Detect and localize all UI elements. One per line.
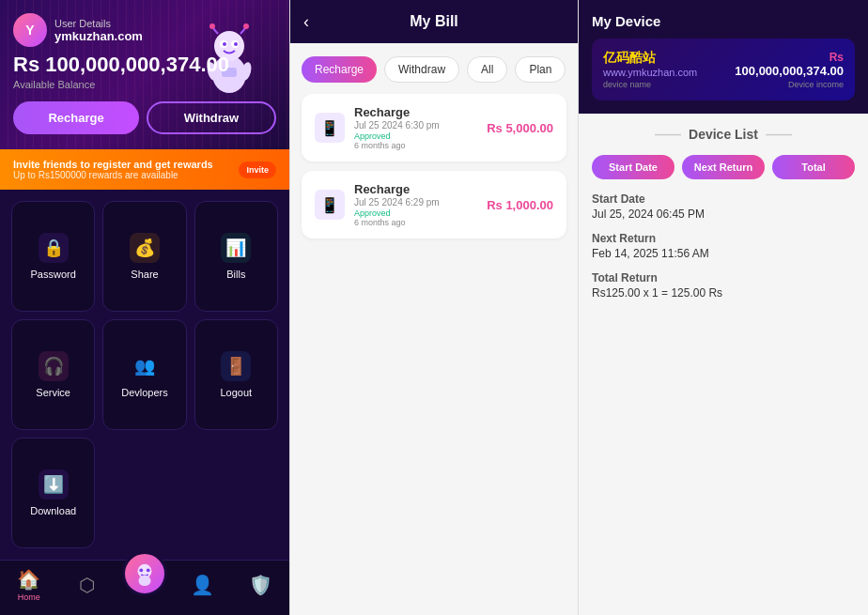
panel3-title: My Device [592,13,855,29]
svg-point-15 [147,568,150,572]
panel-middle: ‹ My Bill Recharge Withdraw All Plan 📱 R… [289,0,579,615]
txn-time-1: 6 months ago [354,141,477,150]
nav-item-profile[interactable]: 👤 [174,574,232,596]
svg-point-7 [209,23,215,29]
password-icon: 🔒 [39,233,69,263]
developers-icon: 👥 [130,351,160,381]
panel2-title: My Bill [410,13,458,30]
total-return-label: Total Return [592,271,855,284]
txn-amount-2: Rs 1,000.00 [487,198,553,212]
home-icon: 🏠 [17,568,40,591]
svg-point-4 [223,42,226,46]
menu-item-developers[interactable]: 👥 Devlopers [102,319,186,430]
transactions-list: 📱 Recharge Jul 25 2024 6:30 pm Approved … [290,94,578,615]
balance-amount: Rs 100,000,000,374.00 [13,53,276,77]
svg-point-9 [243,23,249,29]
menu-label-download: Download [30,505,76,516]
next-return-label: Next Return [592,232,855,245]
tab-all[interactable]: All [467,56,507,83]
start-date-label: Start Date [592,192,855,206]
device-list-start-date-btn[interactable]: Start Date [592,155,674,179]
device-card: 亿码酷站 www.ymkuzhan.com device name Rs 100… [592,38,855,100]
tab-withdraw[interactable]: Withdraw [384,56,459,83]
device-info-next-return: Next Return Feb 14, 2025 11:56 AM [592,232,855,266]
back-button[interactable]: ‹ [303,12,309,32]
svg-point-16 [138,576,150,586]
device-list-title-text: Device List [689,127,758,142]
menu-item-logout[interactable]: 🚪 Logout [194,319,278,430]
nav-item-gift[interactable]: ⬡ [58,574,116,596]
transaction-card-1: 📱 Recharge Jul 25 2024 6:30 pm Approved … [302,94,566,161]
device-info-start-date: Start Date Jul 25, 2024 06:45 PM [592,192,855,226]
txn-title-2: Recharge [354,182,477,196]
total-return-value: Rs125.00 x 1 = 125.00 Rs [592,286,855,300]
txn-status-2: Approved [354,208,477,218]
device-chinese-name: 亿码酷站 [603,50,735,67]
svg-point-5 [234,42,238,46]
device-list-next-return-btn[interactable]: Next Return [682,155,765,179]
menu-item-service[interactable]: 🎧 Service [11,319,95,430]
device-name-section: 亿码酷站 www.ymkuzhan.com device name [603,50,735,89]
security-icon: 🛡️ [249,574,272,596]
device-income-label: Device income [735,80,844,89]
txn-icon-2: 📱 [315,190,345,220]
nav-item-home[interactable]: 🏠 Home [0,568,58,602]
device-income-section: Rs 100,000,000,374.00 Device income [735,51,844,89]
txn-date-2: Jul 25 2024 6:29 pm [354,197,477,208]
device-url: www.ymkuzhan.com [603,67,735,78]
tab-recharge[interactable]: Recharge [302,56,377,83]
panel-left: Y User Details ymkuzhan.com [0,0,289,615]
recharge-button[interactable]: Recharge [13,101,139,134]
panel3-header: My Device 亿码酷站 www.ymkuzhan.com device n… [579,0,868,114]
invite-button[interactable]: Invite [239,161,276,178]
invite-subtitle: Up to Rs1500000 rewards are available [13,170,239,180]
device-list-total-btn[interactable]: Total [772,155,855,179]
download-icon: ⬇️ [39,469,69,500]
menu-item-bills[interactable]: 📊 Bills [194,201,278,312]
panel-right: My Device 亿码酷站 www.ymkuzhan.com device n… [579,0,868,615]
device-income-amount: 100,000,000,374.00 [735,64,844,78]
txn-title-1: Recharge [354,105,477,119]
invite-banner: Invite friends to register and get rewar… [0,149,289,190]
menu-item-password[interactable]: 🔒 Password [11,201,95,312]
nav-item-security[interactable]: 🛡️ [231,574,289,596]
panel2-header: ‹ My Bill [290,0,578,43]
menu-item-download[interactable]: ⬇️ Download [11,438,95,548]
gift-icon: ⬡ [79,574,95,596]
tab-plan[interactable]: Plan [515,56,566,83]
menu-label-service: Service [36,387,70,398]
bills-icon: 📊 [221,233,251,263]
start-date-value: Jul 25, 2024 06:45 PM [592,208,855,221]
service-icon: 🎧 [39,351,69,381]
action-buttons: Recharge Withdraw [13,101,276,134]
profile-icon: 👤 [191,574,214,596]
menu-label-logout: Logout [221,387,253,398]
menu-label-bills: Bills [226,269,245,280]
device-list-title: Device List [592,127,855,142]
withdraw-button[interactable]: Withdraw [147,101,276,134]
menu-item-share[interactable]: 💰 Share [102,201,186,312]
txn-time-2: 6 months ago [354,218,477,227]
logout-icon: 🚪 [221,351,251,381]
tab-bar: Recharge Withdraw All Plan [290,43,578,94]
menu-label-share: Share [131,269,158,280]
menu-grid: 🔒 Password 💰 Share 📊 Bills 🎧 Service 👥 D… [0,190,289,560]
home-label: Home [18,592,40,602]
txn-icon-1: 📱 [315,113,345,143]
txn-amount-1: Rs 5,000.00 [487,121,553,135]
invite-title: Invite friends to register and get rewar… [13,159,239,170]
user-row: Y User Details ymkuzhan.com [13,13,276,47]
invite-text: Invite friends to register and get rewar… [13,159,239,180]
transaction-card-2: 📱 Recharge Jul 25 2024 6:29 pm Approved … [302,171,566,238]
device-list-header: Start Date Next Return Total [592,155,855,179]
device-info-rows: Start Date Jul 25, 2024 06:45 PM Next Re… [592,192,855,305]
balance-label: Available Balance [13,79,276,90]
nav-item-robot[interactable] [116,574,174,596]
device-name-label: device name [603,80,735,89]
user-header: Y User Details ymkuzhan.com [0,0,289,149]
avatar: Y [13,13,47,47]
device-rs-label: Rs [735,51,844,64]
next-return-value: Feb 14, 2025 11:56 AM [592,247,855,260]
menu-label-password: Password [31,269,76,280]
txn-details-2: Recharge Jul 25 2024 6:29 pm Approved 6 … [354,182,477,227]
